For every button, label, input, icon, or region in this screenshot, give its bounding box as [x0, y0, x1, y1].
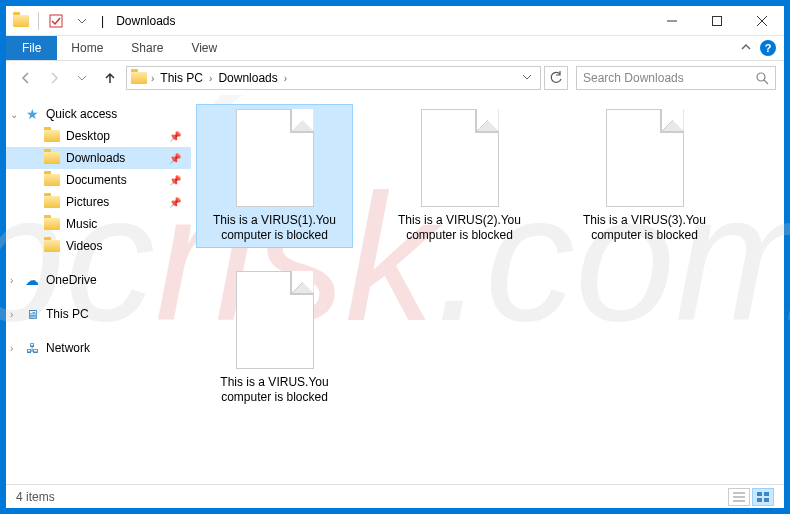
svg-line-7	[764, 80, 768, 84]
nav-label: Pictures	[66, 195, 109, 209]
chevron-right-icon[interactable]: ›	[10, 309, 13, 320]
nav-label: Desktop	[66, 129, 110, 143]
view-large-icons-button[interactable]	[752, 488, 774, 506]
ribbon-expand-icon[interactable]	[740, 42, 752, 54]
file-icon	[236, 109, 314, 207]
breadcrumb-root[interactable]: This PC	[158, 71, 205, 85]
chevron-down-icon[interactable]: ⌄	[10, 109, 18, 120]
nav-label: Network	[46, 341, 90, 355]
file-icon	[421, 109, 499, 207]
chevron-right-icon[interactable]: ›	[10, 275, 13, 286]
view-details-button[interactable]	[728, 488, 750, 506]
search-input[interactable]	[583, 71, 755, 85]
search-box[interactable]	[576, 66, 776, 90]
ribbon-tabs: File Home Share View ?	[6, 36, 784, 61]
nav-item-desktop[interactable]: Desktop 📌	[6, 125, 191, 147]
folder-icon	[44, 216, 60, 232]
file-item[interactable]: This is a VIRUS(3).You computer is block…	[567, 105, 722, 247]
pin-icon: 📌	[169, 131, 181, 142]
help-icon[interactable]: ?	[760, 40, 776, 56]
svg-rect-14	[764, 498, 769, 502]
chevron-right-icon[interactable]: ›	[147, 73, 158, 84]
window-title: Downloads	[116, 14, 175, 28]
pin-icon: 📌	[169, 175, 181, 186]
file-label: This is a VIRUS(3).You computer is block…	[571, 213, 718, 243]
folder-icon	[10, 10, 32, 32]
qat-separator-2: |	[101, 14, 104, 28]
files-area[interactable]: This is a VIRUS(1).You computer is block…	[191, 95, 784, 484]
network-icon: 🖧	[24, 340, 40, 356]
nav-label: Videos	[66, 239, 102, 253]
address-row: › This PC › Downloads ›	[6, 61, 784, 95]
qat-separator	[38, 12, 39, 30]
file-item[interactable]: This is a VIRUS(2).You computer is block…	[382, 105, 537, 247]
titlebar: | Downloads	[6, 6, 784, 36]
qat-properties-button[interactable]	[45, 10, 67, 32]
svg-rect-12	[764, 492, 769, 496]
nav-item-documents[interactable]: Documents 📌	[6, 169, 191, 191]
navigation-pane: ⌄ ★ Quick access Desktop 📌 Downloads 📌 D…	[6, 95, 191, 484]
address-bar[interactable]: › This PC › Downloads ›	[126, 66, 541, 90]
ribbon-tab-view[interactable]: View	[177, 36, 231, 60]
pin-icon: 📌	[169, 197, 181, 208]
file-label: This is a VIRUS.You computer is blocked	[201, 375, 348, 405]
nav-label: This PC	[46, 307, 89, 321]
ribbon-tab-home[interactable]: Home	[57, 36, 117, 60]
file-label: This is a VIRUS(2).You computer is block…	[386, 213, 533, 243]
nav-item-music[interactable]: Music	[6, 213, 191, 235]
nav-label: Quick access	[46, 107, 117, 121]
svg-rect-1	[50, 15, 62, 27]
nav-forward-button[interactable]	[42, 66, 66, 90]
file-icon	[606, 109, 684, 207]
svg-rect-11	[757, 492, 762, 496]
folder-icon	[44, 128, 60, 144]
close-button[interactable]	[739, 6, 784, 36]
nav-label: Downloads	[66, 151, 125, 165]
nav-recent-button[interactable]	[70, 66, 94, 90]
folder-icon	[44, 150, 60, 166]
file-item[interactable]: This is a VIRUS.You computer is blocked	[197, 267, 352, 409]
nav-label: OneDrive	[46, 273, 97, 287]
file-icon	[236, 271, 314, 369]
folder-icon	[44, 172, 60, 188]
nav-item-downloads[interactable]: Downloads 📌	[6, 147, 191, 169]
nav-network[interactable]: › 🖧 Network	[6, 337, 191, 359]
breadcrumb-folder-icon	[131, 70, 147, 86]
ribbon-tab-share[interactable]: Share	[117, 36, 177, 60]
star-icon: ★	[24, 106, 40, 122]
chevron-right-icon[interactable]: ›	[205, 73, 216, 84]
refresh-button[interactable]	[544, 66, 568, 90]
statusbar: 4 items	[6, 484, 784, 508]
svg-point-6	[757, 73, 765, 81]
pin-icon: 📌	[169, 153, 181, 164]
file-item[interactable]: This is a VIRUS(1).You computer is block…	[197, 105, 352, 247]
nav-item-videos[interactable]: Videos	[6, 235, 191, 257]
maximize-button[interactable]	[694, 6, 739, 36]
nav-this-pc[interactable]: › 🖥 This PC	[6, 303, 191, 325]
nav-quick-access[interactable]: ⌄ ★ Quick access	[6, 103, 191, 125]
chevron-right-icon[interactable]: ›	[280, 73, 291, 84]
nav-item-pictures[interactable]: Pictures 📌	[6, 191, 191, 213]
nav-label: Documents	[66, 173, 127, 187]
nav-onedrive[interactable]: › ☁ OneDrive	[6, 269, 191, 291]
chevron-right-icon[interactable]: ›	[10, 343, 13, 354]
nav-up-button[interactable]	[98, 66, 122, 90]
svg-rect-13	[757, 498, 762, 502]
status-count: 4 items	[16, 490, 55, 504]
file-label: This is a VIRUS(1).You computer is block…	[201, 213, 348, 243]
address-dropdown-button[interactable]	[518, 71, 536, 85]
search-icon[interactable]	[755, 71, 769, 85]
svg-rect-3	[712, 16, 721, 25]
nav-back-button[interactable]	[14, 66, 38, 90]
folder-icon	[44, 194, 60, 210]
onedrive-icon: ☁	[24, 272, 40, 288]
breadcrumb-current[interactable]: Downloads	[216, 71, 279, 85]
nav-label: Music	[66, 217, 97, 231]
pc-icon: 🖥	[24, 306, 40, 322]
minimize-button[interactable]	[649, 6, 694, 36]
folder-icon	[44, 238, 60, 254]
qat-dropdown-button[interactable]	[71, 10, 93, 32]
file-tab[interactable]: File	[6, 36, 57, 60]
